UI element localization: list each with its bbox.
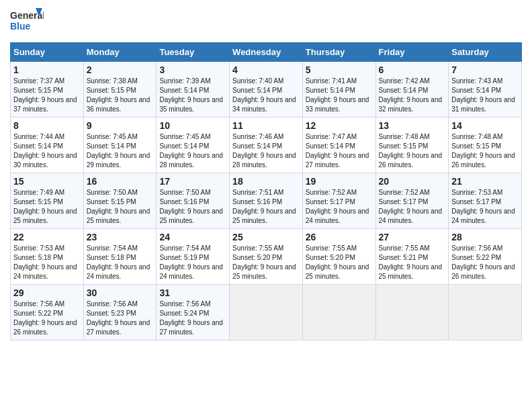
day-number: 13 [379, 120, 446, 131]
day-info: Sunrise: 7:50 AMSunset: 5:15 PMDaylight:… [87, 189, 150, 224]
calendar-day-26: 26 Sunrise: 7:55 AMSunset: 5:20 PMDaylig… [302, 229, 375, 285]
calendar-day-8: 8 Sunrise: 7:44 AMSunset: 5:14 PMDayligh… [11, 118, 84, 173]
header-monday: Monday [83, 43, 157, 62]
day-info: Sunrise: 7:54 AMSunset: 5:18 PMDaylight:… [87, 244, 150, 280]
day-info: Sunrise: 7:45 AMSunset: 5:14 PMDaylight:… [87, 133, 150, 169]
header-saturday: Saturday [449, 43, 522, 62]
day-info: Sunrise: 7:55 AMSunset: 5:20 PMDaylight:… [306, 244, 369, 280]
day-number: 4 [232, 64, 300, 75]
day-number: 11 [232, 120, 300, 131]
day-number: 31 [159, 287, 226, 298]
day-number: 21 [451, 176, 519, 187]
day-number: 16 [87, 176, 154, 187]
day-info: Sunrise: 7:56 AMSunset: 5:22 PMDaylight:… [451, 244, 515, 280]
calendar-day-21: 21 Sunrise: 7:53 AMSunset: 5:17 PMDaylig… [449, 173, 522, 229]
day-info: Sunrise: 7:53 AMSunset: 5:17 PMDaylight:… [451, 189, 515, 224]
calendar-day-18: 18 Sunrise: 7:51 AMSunset: 5:16 PMDaylig… [230, 173, 303, 229]
calendar-week-5: 29 Sunrise: 7:56 AMSunset: 5:22 PMDaylig… [11, 285, 522, 340]
calendar-day-22: 22 Sunrise: 7:53 AMSunset: 5:18 PMDaylig… [11, 229, 84, 285]
calendar-day-29: 29 Sunrise: 7:56 AMSunset: 5:22 PMDaylig… [11, 285, 84, 340]
calendar-day-4: 4 Sunrise: 7:40 AMSunset: 5:14 PMDayligh… [230, 62, 303, 118]
day-info: Sunrise: 7:50 AMSunset: 5:16 PMDaylight:… [159, 189, 223, 224]
day-number: 30 [87, 287, 154, 298]
day-info: Sunrise: 7:38 AMSunset: 5:15 PMDaylight:… [87, 77, 150, 113]
day-number: 18 [232, 176, 300, 187]
empty-cell [302, 285, 375, 340]
day-info: Sunrise: 7:55 AMSunset: 5:21 PMDaylight:… [379, 244, 443, 280]
day-number: 23 [87, 232, 154, 242]
calendar-week-2: 8 Sunrise: 7:44 AMSunset: 5:14 PMDayligh… [11, 118, 522, 173]
header-sunday: Sunday [11, 43, 84, 62]
header-tuesday: Tuesday [157, 43, 230, 62]
day-number: 22 [13, 232, 81, 242]
day-info: Sunrise: 7:47 AMSunset: 5:14 PMDaylight:… [306, 133, 369, 169]
day-info: Sunrise: 7:56 AMSunset: 5:24 PMDaylight:… [159, 300, 223, 336]
calendar-day-28: 28 Sunrise: 7:56 AMSunset: 5:22 PMDaylig… [449, 229, 522, 285]
calendar-day-1: 1 Sunrise: 7:37 AMSunset: 5:15 PMDayligh… [11, 62, 84, 118]
calendar-day-5: 5 Sunrise: 7:41 AMSunset: 5:14 PMDayligh… [302, 62, 375, 118]
header-row: SundayMondayTuesdayWednesdayThursdayFrid… [11, 43, 522, 62]
calendar-day-10: 10 Sunrise: 7:45 AMSunset: 5:14 PMDaylig… [157, 118, 230, 173]
calendar-day-15: 15 Sunrise: 7:49 AMSunset: 5:15 PMDaylig… [11, 173, 84, 229]
day-info: Sunrise: 7:51 AMSunset: 5:16 PMDaylight:… [232, 189, 296, 224]
calendar-day-14: 14 Sunrise: 7:48 AMSunset: 5:15 PMDaylig… [449, 118, 522, 173]
calendar-day-24: 24 Sunrise: 7:54 AMSunset: 5:19 PMDaylig… [157, 229, 230, 285]
day-number: 27 [379, 232, 446, 242]
calendar-day-13: 13 Sunrise: 7:48 AMSunset: 5:15 PMDaylig… [375, 118, 449, 173]
logo: General Blue [10, 7, 44, 37]
calendar-day-9: 9 Sunrise: 7:45 AMSunset: 5:14 PMDayligh… [83, 118, 157, 173]
calendar-day-31: 31 Sunrise: 7:56 AMSunset: 5:24 PMDaylig… [157, 285, 230, 340]
day-info: Sunrise: 7:39 AMSunset: 5:14 PMDaylight:… [159, 77, 223, 113]
day-number: 8 [13, 120, 81, 131]
day-number: 17 [159, 176, 226, 187]
header-wednesday: Wednesday [230, 43, 303, 62]
calendar-day-23: 23 Sunrise: 7:54 AMSunset: 5:18 PMDaylig… [83, 229, 157, 285]
day-number: 12 [306, 120, 373, 131]
calendar-day-6: 6 Sunrise: 7:42 AMSunset: 5:14 PMDayligh… [375, 62, 449, 118]
day-number: 19 [306, 176, 373, 187]
calendar-table: SundayMondayTuesdayWednesdayThursdayFrid… [10, 42, 522, 340]
calendar-week-1: 1 Sunrise: 7:37 AMSunset: 5:15 PMDayligh… [11, 62, 522, 118]
day-info: Sunrise: 7:41 AMSunset: 5:14 PMDaylight:… [306, 77, 369, 113]
day-number: 3 [159, 64, 226, 75]
day-number: 25 [232, 232, 300, 242]
header-friday: Friday [375, 43, 449, 62]
page-container: General Blue SundayMondayTuesdayWednesda… [0, 0, 532, 347]
calendar-week-3: 15 Sunrise: 7:49 AMSunset: 5:15 PMDaylig… [11, 173, 522, 229]
day-number: 24 [159, 232, 226, 242]
day-info: Sunrise: 7:45 AMSunset: 5:14 PMDaylight:… [159, 133, 223, 169]
day-info: Sunrise: 7:54 AMSunset: 5:19 PMDaylight:… [159, 244, 223, 280]
day-number: 29 [13, 287, 81, 298]
day-info: Sunrise: 7:52 AMSunset: 5:17 PMDaylight:… [306, 189, 369, 224]
day-number: 7 [451, 64, 519, 75]
day-number: 10 [159, 120, 226, 131]
day-info: Sunrise: 7:56 AMSunset: 5:22 PMDaylight:… [13, 300, 77, 336]
calendar-week-4: 22 Sunrise: 7:53 AMSunset: 5:18 PMDaylig… [11, 229, 522, 285]
day-info: Sunrise: 7:44 AMSunset: 5:14 PMDaylight:… [13, 133, 77, 169]
day-number: 28 [451, 232, 519, 242]
calendar-day-16: 16 Sunrise: 7:50 AMSunset: 5:15 PMDaylig… [83, 173, 157, 229]
calendar-day-11: 11 Sunrise: 7:46 AMSunset: 5:14 PMDaylig… [230, 118, 303, 173]
empty-cell [230, 285, 303, 340]
day-number: 5 [306, 64, 373, 75]
day-number: 14 [451, 120, 519, 131]
day-number: 15 [13, 176, 81, 187]
day-number: 2 [87, 64, 154, 75]
day-info: Sunrise: 7:42 AMSunset: 5:14 PMDaylight:… [379, 77, 443, 113]
day-info: Sunrise: 7:46 AMSunset: 5:14 PMDaylight:… [232, 133, 296, 169]
svg-text:Blue: Blue [10, 21, 31, 32]
calendar-day-17: 17 Sunrise: 7:50 AMSunset: 5:16 PMDaylig… [157, 173, 230, 229]
day-info: Sunrise: 7:55 AMSunset: 5:20 PMDaylight:… [232, 244, 296, 280]
day-info: Sunrise: 7:48 AMSunset: 5:15 PMDaylight:… [451, 133, 515, 169]
page-header: General Blue [10, 7, 522, 37]
calendar-day-20: 20 Sunrise: 7:52 AMSunset: 5:17 PMDaylig… [375, 173, 449, 229]
day-info: Sunrise: 7:48 AMSunset: 5:15 PMDaylight:… [379, 133, 443, 169]
calendar-day-2: 2 Sunrise: 7:38 AMSunset: 5:15 PMDayligh… [83, 62, 157, 118]
calendar-day-3: 3 Sunrise: 7:39 AMSunset: 5:14 PMDayligh… [157, 62, 230, 118]
day-info: Sunrise: 7:43 AMSunset: 5:14 PMDaylight:… [451, 77, 515, 113]
day-number: 6 [379, 64, 446, 75]
calendar-day-12: 12 Sunrise: 7:47 AMSunset: 5:14 PMDaylig… [302, 118, 375, 173]
day-info: Sunrise: 7:53 AMSunset: 5:18 PMDaylight:… [13, 244, 77, 280]
day-number: 20 [379, 176, 446, 187]
calendar-day-25: 25 Sunrise: 7:55 AMSunset: 5:20 PMDaylig… [230, 229, 303, 285]
